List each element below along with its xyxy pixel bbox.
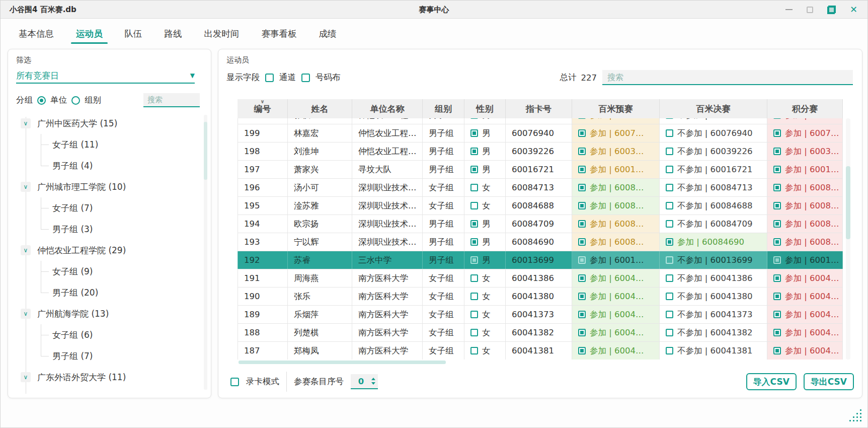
table-row[interactable]: 194欧宗扬深圳职业技术…男子组男60084709参加 | 6008…不参加 |… bbox=[238, 215, 843, 233]
tree-item-unit[interactable]: ∨广东外语外贸大学 (11) bbox=[12, 367, 200, 388]
import-csv-button[interactable]: 导入CSV bbox=[746, 373, 797, 390]
cell-prelim[interactable]: 参加 | 6008… bbox=[572, 197, 660, 215]
participation-checkbox[interactable] bbox=[578, 220, 586, 228]
column-header[interactable]: 百米预赛 bbox=[572, 99, 660, 118]
participation-checkbox[interactable] bbox=[773, 347, 781, 354]
column-header[interactable]: 指卡号 bbox=[506, 99, 572, 118]
participation-checkbox[interactable] bbox=[773, 293, 781, 300]
cell-prelim[interactable]: 参加 | 6004… bbox=[572, 306, 660, 323]
tab-start-time[interactable]: 出发时间 bbox=[193, 26, 251, 45]
cell-final[interactable]: 不参加 | 60076940 bbox=[660, 124, 767, 142]
participation-checkbox[interactable] bbox=[773, 220, 781, 228]
participation-checkbox[interactable] bbox=[666, 274, 673, 282]
cell-prelim[interactable]: 参加 | 6004… bbox=[572, 324, 660, 341]
participation-checkbox[interactable] bbox=[666, 184, 673, 191]
table-row[interactable]: 187郑梅凤南方医科大学女子组女60041381参加 | 6004…不参加 | … bbox=[238, 342, 843, 360]
cell-final[interactable]: 不参加 | 60041386 bbox=[660, 269, 767, 287]
tree-item-group[interactable]: 男子组 (3) bbox=[12, 219, 200, 240]
participation-checkbox[interactable] bbox=[773, 274, 781, 282]
tab-athletes[interactable]: 运动员 bbox=[65, 26, 114, 45]
table-vertical-scrollbar-thumb[interactable] bbox=[846, 166, 850, 239]
participation-checkbox[interactable] bbox=[578, 184, 586, 191]
tree-item-group[interactable]: 女子组 (9) bbox=[12, 261, 200, 282]
participation-checkbox[interactable] bbox=[666, 148, 673, 155]
cell-final[interactable]: 不参加 | 60084688 bbox=[660, 197, 767, 215]
tree-item-unit[interactable]: ∨广州航海学院 (13) bbox=[12, 303, 200, 324]
participation-checkbox[interactable] bbox=[578, 166, 586, 173]
table-row[interactable]: 193宁以辉深圳职业技术…男子组男60084690参加 | 6008…参加 | … bbox=[238, 233, 843, 251]
field-checkbox-channel[interactable] bbox=[265, 74, 274, 82]
tree-item-unit[interactable]: ∨仲恺农业工程学院 (29) bbox=[12, 240, 200, 261]
entry-seq-stepper[interactable]: 0 bbox=[351, 374, 378, 389]
participation-checkbox[interactable] bbox=[578, 238, 586, 246]
cell-prelim[interactable]: 参加 | 6007… bbox=[572, 124, 660, 142]
chevron-down-icon[interactable]: ∨ bbox=[21, 118, 31, 128]
chevron-down-icon[interactable]: ∨ bbox=[21, 182, 31, 192]
table-row[interactable]: 192苏睿三水中学男子组男60013699参加 | 6001…不参加 | 600… bbox=[238, 251, 843, 269]
stepper-up-icon[interactable] bbox=[371, 378, 375, 380]
duplicate-window-icon[interactable] bbox=[827, 6, 836, 14]
table-row[interactable]: 198刘淮坤仲恺农业工程…男子组男60039226参加 | 6003…不参加 |… bbox=[238, 142, 843, 161]
cell-final[interactable]: 不参加 | 60084713 bbox=[660, 179, 767, 196]
participation-checkbox[interactable] bbox=[666, 238, 673, 246]
table-horizontal-scrollbar[interactable] bbox=[239, 361, 446, 364]
competition-day-dropdown[interactable]: 所有竞赛日 ▼ bbox=[16, 68, 195, 84]
participation-checkbox[interactable] bbox=[666, 220, 673, 228]
participation-checkbox[interactable] bbox=[578, 202, 586, 209]
table-row[interactable]: 191周海燕南方医科大学女子组女60041386参加 | 6004…不参加 | … bbox=[238, 269, 843, 288]
participation-checkbox[interactable] bbox=[773, 166, 781, 173]
participation-checkbox[interactable] bbox=[578, 347, 586, 354]
participation-checkbox[interactable] bbox=[666, 311, 673, 318]
tree-item-group[interactable]: 男子组 (7) bbox=[12, 345, 200, 367]
resize-grip-icon[interactable] bbox=[860, 420, 861, 421]
radio-unit[interactable] bbox=[37, 96, 46, 105]
column-header[interactable]: 编号∨ bbox=[238, 99, 288, 118]
cell-prelim[interactable]: 参加 | 6001… bbox=[572, 251, 660, 269]
tab-teams[interactable]: 队伍 bbox=[114, 26, 153, 45]
participation-checkbox[interactable] bbox=[578, 329, 586, 336]
stepper-down-icon[interactable] bbox=[371, 382, 375, 385]
tree-item-group[interactable]: 男子组 (4) bbox=[12, 155, 200, 176]
cell-points[interactable]: 参加 | 6004… bbox=[767, 324, 843, 341]
cell-points[interactable]: 参加 | 6004… bbox=[767, 306, 843, 323]
cell-points[interactable]: 参加 | 6004… bbox=[767, 269, 843, 287]
tree-item-group[interactable]: 女子组 (11) bbox=[12, 134, 200, 155]
participation-checkbox[interactable] bbox=[666, 347, 673, 354]
table-row[interactable]: 199林嘉宏仲恺农业工程…男子组男60076940参加 | 6007…不参加 |… bbox=[238, 124, 843, 142]
participation-checkbox[interactable] bbox=[773, 311, 781, 318]
table-row[interactable]: 200张侯仲恺农业工程…男子组男60076939参加 | 6007…不参加 | … bbox=[238, 118, 843, 124]
tree-scrollbar[interactable] bbox=[204, 115, 207, 390]
table-vertical-scrollbar[interactable] bbox=[846, 118, 850, 360]
cell-final[interactable]: 不参加 | 60076939 bbox=[660, 118, 767, 124]
participation-checkbox[interactable] bbox=[773, 118, 781, 119]
column-header[interactable]: 姓名 bbox=[288, 99, 352, 118]
tab-event-board[interactable]: 赛事看板 bbox=[251, 26, 308, 45]
export-csv-button[interactable]: 导出CSV bbox=[804, 373, 854, 390]
record-mode-checkbox[interactable] bbox=[230, 378, 239, 386]
participation-checkbox[interactable] bbox=[578, 293, 586, 300]
participation-checkbox[interactable] bbox=[666, 166, 673, 173]
cell-final[interactable]: 不参加 | 60084709 bbox=[660, 215, 767, 233]
table-row[interactable]: 189乐烟萍南方医科大学女子组女60041373参加 | 6004…不参加 | … bbox=[238, 306, 843, 324]
tab-results[interactable]: 成绩 bbox=[308, 26, 348, 45]
cell-prelim[interactable]: 参加 | 6003… bbox=[572, 142, 660, 160]
participation-checkbox[interactable] bbox=[773, 256, 781, 264]
cell-prelim[interactable]: 参加 | 6004… bbox=[572, 288, 660, 305]
participation-checkbox[interactable] bbox=[578, 256, 586, 264]
minimize-button[interactable] bbox=[785, 9, 793, 10]
cell-prelim[interactable]: 参加 | 6001… bbox=[572, 161, 660, 178]
participation-checkbox[interactable] bbox=[578, 311, 586, 318]
cell-points[interactable]: 参加 | 6008… bbox=[767, 233, 843, 251]
participation-checkbox[interactable] bbox=[578, 118, 586, 119]
column-header[interactable]: 积分赛 bbox=[767, 99, 843, 118]
tree-item-unit[interactable]: ∨广州城市理工学院 (10) bbox=[12, 176, 200, 197]
cell-prelim[interactable]: 参加 | 6008… bbox=[572, 233, 660, 251]
participation-checkbox[interactable] bbox=[666, 129, 673, 137]
chevron-down-icon[interactable]: ∨ bbox=[21, 245, 31, 255]
tree-item-group[interactable]: 男子组 (20) bbox=[12, 282, 200, 303]
cell-points[interactable]: 参加 | 6004… bbox=[767, 342, 843, 360]
participation-checkbox[interactable] bbox=[578, 148, 586, 155]
cell-final[interactable]: 不参加 | 60041373 bbox=[660, 306, 767, 323]
cell-points[interactable]: 参加 | 6007… bbox=[767, 124, 843, 142]
column-header[interactable]: 组别 bbox=[423, 99, 464, 118]
